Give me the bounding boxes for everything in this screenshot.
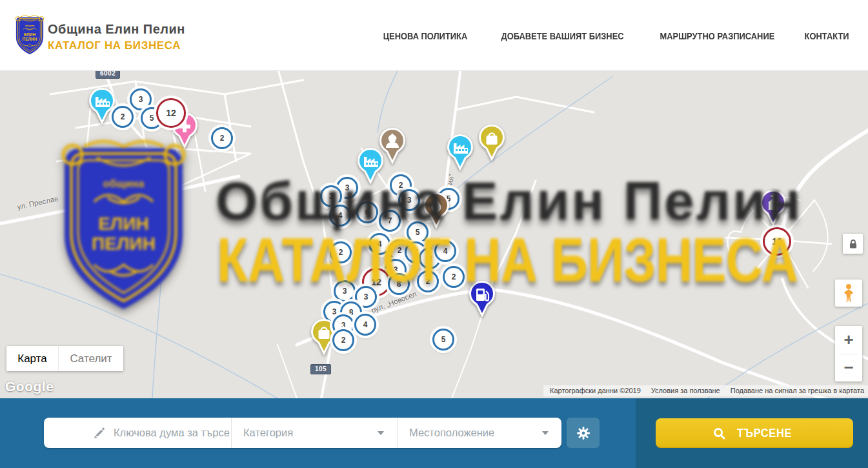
search-bar: Категория Местоположение (0, 398, 868, 468)
map-cluster-marker[interactable]: 4 (368, 233, 390, 255)
nav-pricing-policy-label: ЦЕНОВА ПОЛИТИКА (383, 30, 468, 41)
keyword-field-section (44, 418, 231, 448)
nav-add-business-label: ДОБАВЕТЕ ВАШИЯТ БИЗНЕС (501, 30, 623, 41)
map-cluster-marker[interactable]: 5 (432, 329, 454, 351)
map-cluster-marker[interactable]: 6 (356, 201, 378, 223)
location-select-value: Местоположение (409, 427, 494, 439)
nav-route-schedule[interactable]: МАРШРУТНО РАЗПИСАНИЕ (651, 30, 784, 41)
map-pin-church[interactable] (758, 189, 788, 226)
map-cluster-marker[interactable]: 2 (443, 266, 465, 288)
chevron-down-icon (378, 431, 384, 435)
street-view-pegman-button[interactable] (835, 280, 862, 307)
site-title-block[interactable]: Община Елин Пелин КАТАЛОГ НА БИЗНЕСА (48, 22, 185, 52)
map-pin-bag[interactable] (477, 124, 507, 161)
map-cluster-marker[interactable]: 8 (388, 273, 410, 295)
advanced-settings-button[interactable] (567, 418, 600, 448)
municipality-logo[interactable] (14, 14, 45, 57)
map-cluster-marker[interactable]: 4 (434, 240, 456, 262)
lock-icon (849, 239, 858, 249)
nav-contacts-label: КОНТАКТИ (804, 30, 849, 41)
map-cluster-marker[interactable]: 5 (407, 221, 429, 243)
nav-add-business[interactable]: ДОБАВЕТЕ ВАШИЯТ БИЗНЕС (491, 30, 634, 41)
site-subtitle: КАТАЛОГ НА БИЗНЕСА (48, 39, 185, 52)
lock-button[interactable] (843, 234, 863, 254)
map-cluster-marker[interactable]: 4 (354, 314, 376, 336)
map-cluster-marker[interactable]: 7 (379, 210, 401, 232)
search-button-label: ТЪРСЕНЕ (737, 426, 792, 440)
nav-pricing-policy[interactable]: ЦЕНОВА ПОЛИТИКА (376, 30, 474, 41)
map-type-control: Карта Сателит (6, 346, 123, 371)
header: Община Елин Пелин КАТАЛОГ НА БИЗНЕСА ЦЕН… (0, 0, 868, 71)
map-pin-factory[interactable] (445, 134, 475, 170)
map-cluster-marker[interactable]: 2 (211, 127, 233, 149)
map-cluster-marker[interactable]: 3 (334, 280, 356, 302)
nav-route-schedule-label: МАРШРУТНО РАЗПИСАНИЕ (660, 30, 775, 41)
pegman-icon (842, 283, 856, 303)
search-icon (713, 427, 725, 440)
map-cluster-marker[interactable]: 2 (417, 270, 439, 292)
location-select[interactable]: Местоположение (398, 418, 561, 448)
chevron-down-icon (542, 431, 549, 435)
attribution-terms-link[interactable]: Условия за ползване (651, 387, 720, 394)
zoom-in-button[interactable]: + (835, 326, 862, 354)
map-cluster-marker[interactable]: 4 (329, 205, 351, 227)
search-fields-group: Категория Местоположение (44, 418, 561, 448)
pencil-icon (93, 427, 106, 440)
map-cluster-marker[interactable]: 2 (330, 241, 352, 263)
map-cluster-marker[interactable]: 2 (332, 329, 354, 351)
map-pin-fuel[interactable] (467, 280, 497, 317)
map-pin-flame[interactable] (421, 192, 451, 229)
keyword-search-input[interactable] (114, 427, 230, 439)
map-attribution: Картографски данни ©2019 Условия за полз… (543, 385, 868, 396)
map-cluster-marker[interactable]: 3 (398, 189, 420, 211)
search-button[interactable]: ТЪРСЕНЕ (656, 418, 853, 448)
attribution-copyright: Картографски данни ©2019 (550, 387, 641, 394)
page: община ЕЛИН ПЕЛИН Община Елин Пелин КАТА… (0, 0, 868, 468)
nav-contacts[interactable]: КОНТАКТИ (801, 30, 853, 41)
map-canvas[interactable]: ул. Преславбул. „Новоселия" 6002105 3251… (0, 71, 868, 398)
map-type-map-button[interactable]: Карта (6, 346, 58, 371)
map-markers-layer: 3251222353346754227843128223338342510 (0, 71, 868, 398)
category-select[interactable]: Категория (232, 418, 397, 448)
gear-icon (576, 425, 591, 441)
map-pin-factory[interactable] (356, 147, 385, 184)
site-title: Община Елин Пелин (48, 22, 185, 37)
map-type-satellite-button[interactable]: Сателит (58, 346, 123, 371)
zoom-out-button[interactable]: − (835, 354, 862, 382)
zoom-control: + − (835, 326, 862, 382)
google-logo[interactable]: Google (5, 379, 54, 394)
category-select-value: Категория (243, 427, 293, 439)
attribution-report-link[interactable]: Подаване на сигнал за грешка в картата (731, 387, 864, 394)
map-cluster-marker[interactable]: 3 (320, 185, 342, 207)
map-cluster-marker[interactable]: 12 (156, 98, 186, 128)
map-cluster-marker[interactable]: 2 (112, 106, 134, 128)
map-cluster-marker[interactable]: 10 (763, 227, 791, 256)
main-nav: ЦЕНОВА ПОЛИТИКА ДОБАВЕТЕ ВАШИЯТ БИЗНЕС М… (376, 0, 853, 71)
